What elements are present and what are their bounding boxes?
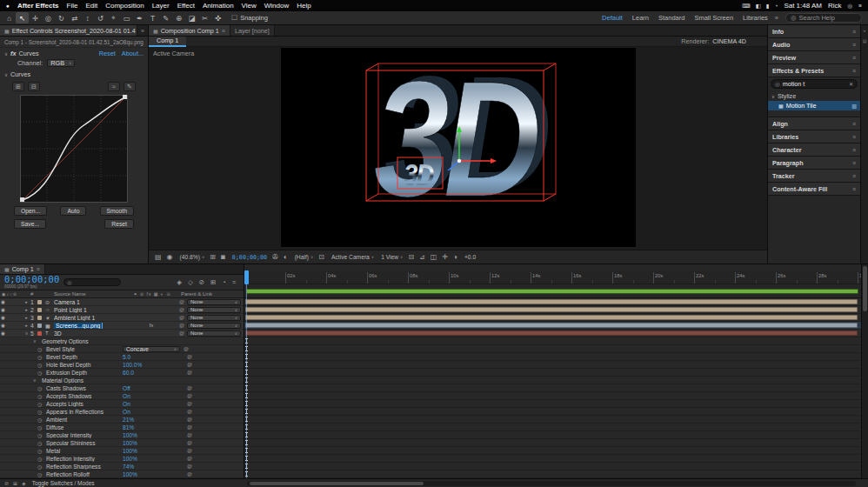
scrollbar-thumb[interactable] [250, 482, 424, 485]
layer-name[interactable]: 3D [54, 330, 126, 337]
eye-icon[interactable]: ◉ [1, 315, 5, 320]
property-value[interactable]: On ∨ [123, 409, 184, 415]
twirl-icon[interactable]: ▸ [23, 299, 30, 304]
layer-row[interactable]: ◉ ▸ 2 ☼ Point Light 1 @ None ∨ [0, 306, 244, 314]
parent-dropdown[interactable]: None ∨ [187, 315, 241, 321]
panel-header[interactable]: Character ≡ [768, 143, 860, 157]
timeline-horizontal-scrollbar[interactable] [247, 481, 856, 486]
parent-dropdown[interactable]: None ∨ [187, 299, 241, 305]
smooth-button[interactable]: Smooth [100, 206, 134, 216]
dolly-camera-tool-icon[interactable]: ↕ [81, 12, 94, 23]
channel-dropdown[interactable]: RGB ∨ [47, 59, 75, 67]
rotation-tool-icon[interactable]: ↺ [94, 12, 107, 23]
effect-name[interactable]: Curves [19, 50, 39, 57]
parent-dropdown[interactable]: None ∨ [187, 307, 241, 313]
curve-point-high[interactable] [123, 95, 127, 99]
fast-previews-icon[interactable]: ✛ ∨ [442, 253, 448, 261]
twirl-icon[interactable]: ▸ [23, 307, 30, 312]
menu-item[interactable]: File [67, 2, 78, 10]
property-row[interactable]: ∨ ◷ Diffuse 81% ∨ @ [0, 424, 244, 431]
tab-timeline-comp1[interactable]: ▦ Comp 1 ≡ [0, 264, 45, 274]
wifi-icon[interactable]: ◔ [774, 3, 778, 10]
comp-mini-flowchart-icon[interactable]: ◈ [177, 278, 182, 286]
twirl-icon[interactable]: ∨ [23, 330, 30, 336]
mask-visibility-icon[interactable]: ◙ ∨ [221, 253, 225, 261]
expand-transfer-icon[interactable]: ◈ [22, 480, 26, 486]
layer-duration-row[interactable] [244, 322, 861, 330]
property-value[interactable]: 60.0 ∨ [123, 370, 184, 376]
twirl-icon[interactable]: ▸ [23, 315, 30, 320]
layer-name[interactable]: Point Light 1 [54, 307, 126, 313]
pickwhip-icon[interactable]: @ [177, 330, 187, 336]
curves-grid-simple-icon[interactable]: ⊞ [12, 82, 24, 91]
3d-ground-plane-icon[interactable]: ⊿ ∨ [419, 253, 425, 261]
eye-icon[interactable]: ◉ [1, 323, 5, 328]
menu-item[interactable]: Effect [177, 2, 195, 10]
tab-effect-controls[interactable]: ▦ Effect Controls Screenshot_2020-08-01 … [0, 25, 137, 36]
layer-row[interactable]: ◉ ▸ 3 ☀ Ambient Light 1 @ None ∨ [0, 314, 244, 322]
layer-row[interactable]: ◉ ▸ 4 ▦ Screens...qu.png fx @ None ∨ [0, 322, 244, 330]
draft-3d-icon[interactable]: ◇ [188, 278, 193, 286]
current-time-display[interactable]: 0;00;00;00 00000 (29.97 fps) [4, 275, 59, 289]
pickwhip-icon[interactable]: @ [180, 346, 192, 351]
panel-menu-icon[interactable]: ≡ [852, 29, 856, 35]
panel-menu-icon[interactable]: ≡ [222, 28, 225, 34]
layer-color-swatch[interactable] [37, 300, 45, 304]
fx-badge[interactable]: fx [10, 50, 17, 57]
tab-composition[interactable]: ▦ Composition Comp 1 ≡ [149, 25, 230, 36]
property-row[interactable]: ∨ ◷ Reflection Sharpness 74% ∨ @ [0, 463, 244, 470]
zoom-tool-icon[interactable]: ◎ [42, 12, 55, 23]
column-source-name[interactable]: Source Name [37, 291, 127, 297]
orbit-camera-tool-icon[interactable]: ↻ [55, 12, 68, 23]
viewer-control[interactable]: 1 View ∨ [379, 254, 403, 260]
workspace-tab[interactable]: Libraries [743, 14, 768, 22]
pickwhip-icon[interactable]: @ [184, 424, 196, 430]
panel-header[interactable]: Audio ≡ [768, 38, 860, 51]
curve-point-low[interactable] [20, 197, 24, 202]
viewer-control[interactable]: (Half) ∨ [293, 254, 314, 260]
home-tool-icon[interactable]: ⌂ [3, 12, 16, 23]
roto-brush-tool-icon[interactable]: ✂ [198, 12, 211, 23]
layer-row[interactable]: ◉ ∨ 5 T 3D @ None ∨ [0, 330, 244, 337]
panel-header[interactable]: Paragraph ≡ [768, 157, 860, 170]
layer-duration-bar[interactable] [245, 315, 858, 320]
pickwhip-icon[interactable]: @ [184, 385, 196, 390]
menu-clock[interactable]: Sat 1:48 AM [784, 2, 822, 10]
snapping-toggle[interactable]: ☐ Snapping [231, 14, 268, 22]
layer-duration-bar[interactable] [245, 323, 858, 328]
playhead-line[interactable] [246, 284, 247, 478]
grid-guides-icon[interactable]: ⊞ ∨ [210, 253, 216, 261]
pickwhip-icon[interactable]: @ [177, 315, 187, 320]
layer-color-swatch[interactable] [37, 331, 45, 336]
stopwatch-icon[interactable]: ◷ [37, 362, 42, 368]
stopwatch-icon[interactable]: ◷ [37, 393, 42, 399]
property-row[interactable]: ∨ ◷ Material Options ∨ @ [0, 377, 244, 384]
panel-header[interactable]: Libraries ≡ [768, 130, 860, 143]
stopwatch-icon[interactable]: ◷ [37, 440, 42, 446]
hand-tool-icon[interactable]: ✛ [29, 12, 42, 23]
property-value[interactable]: 100% ∨ [123, 432, 184, 438]
pickwhip-icon[interactable]: @ [184, 362, 196, 367]
eye-icon[interactable]: ◉ [1, 299, 5, 304]
property-row[interactable]: ∨ ◷ Accepts Shadows On ∨ @ [0, 392, 244, 400]
clear-search-icon[interactable]: ✕ [849, 81, 853, 87]
scrollbar-thumb[interactable] [863, 266, 867, 311]
stopwatch-icon[interactable]: ◷ [37, 417, 42, 423]
graph-editor-icon[interactable]: ≈ [232, 278, 236, 286]
property-value[interactable]: 100% ∨ [123, 456, 184, 462]
pickwhip-icon[interactable]: @ [177, 323, 187, 328]
pickwhip-icon[interactable]: @ [177, 307, 187, 312]
stopwatch-icon[interactable]: ◷ [37, 448, 42, 454]
viewer-control[interactable]: (40.8%) ∨ [178, 254, 205, 260]
property-value[interactable]: 5.0 ∨ [123, 354, 184, 360]
twirl-icon[interactable]: ∨ [4, 51, 8, 57]
property-row[interactable]: ∨ ◷ Ambient 21% ∨ @ [0, 416, 244, 424]
twirl-icon[interactable]: ∨ [33, 338, 37, 344]
twirl-icon[interactable]: ∨ [4, 72, 8, 77]
stopwatch-icon[interactable]: ◷ [37, 346, 42, 352]
panel-menu-icon[interactable]: ≡ [852, 42, 856, 48]
work-area-bar[interactable] [246, 289, 858, 294]
menu-item[interactable]: Animation [203, 2, 234, 10]
type-tool-icon[interactable]: T [146, 12, 159, 23]
layer-name[interactable]: Camera 1 [54, 299, 126, 305]
